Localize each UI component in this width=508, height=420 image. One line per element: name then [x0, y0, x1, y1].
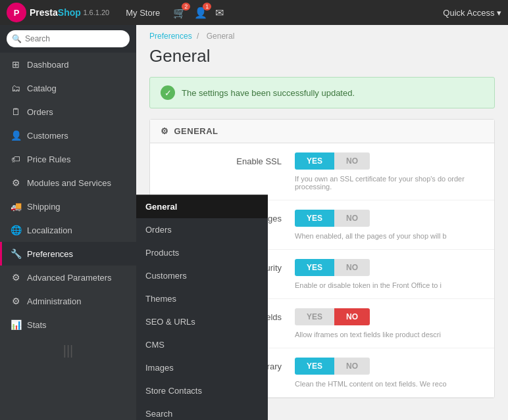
email-icon[interactable]: ✉ [215, 7, 224, 19]
security-no-button[interactable]: NO [334, 259, 370, 276]
sidebar-item-orders[interactable]: 🗒 Orders [0, 100, 136, 124]
cart-icon[interactable]: 🛒 2 [173, 7, 186, 19]
sidebar-label-customers: Customers [27, 131, 68, 141]
orders-icon: 🗒 [10, 106, 22, 117]
sidebar-item-shipping[interactable]: 🚚 Shipping [0, 195, 136, 218]
html-hint: Allow iframes on text fields like produc… [295, 331, 481, 338]
check-icon: ✓ [161, 85, 175, 100]
sidebar-label-orders: Orders [27, 107, 53, 117]
stats-icon: 📊 [10, 319, 22, 330]
sidebar-item-price-rules[interactable]: 🏷 Price Rules [0, 147, 136, 171]
submenu-item-products[interactable]: Products [136, 241, 268, 264]
sidebar-label-price-rules: Price Rules [27, 154, 70, 164]
nav-icons: 🛒 2 👤 1 ✉ [173, 7, 224, 19]
html-yes-button[interactable]: YES [295, 308, 334, 325]
page-title: General [136, 43, 508, 77]
search-icon: 🔍 [12, 34, 22, 43]
sidebar-item-modules[interactable]: ⚙ Modules and Services [0, 171, 136, 195]
breadcrumb: Preferences / General [136, 25, 508, 43]
ssl-all-controls: YES NO When enabled, all the pages of yo… [295, 210, 481, 240]
submenu-panel: General Orders Products Customers Themes… [136, 195, 268, 420]
purifier-controls: YES NO Clean the HTML content on text fi… [295, 358, 481, 388]
submenu-item-orders[interactable]: Orders [136, 218, 268, 241]
user-badge: 1 [203, 3, 211, 11]
card-header: ⚙ GENERAL [150, 120, 494, 143]
security-yes-button[interactable]: YES [295, 259, 334, 276]
sidebar-label-stats: Stats [27, 320, 47, 330]
sidebar-label-dashboard: Dashboard [27, 60, 69, 70]
sidebar-item-dashboard[interactable]: ⊞ Dashboard [0, 53, 136, 76]
security-controls: YES NO Enable or disable token in the Fr… [295, 259, 481, 289]
ssl-all-hint: When enabled, all the pages of your shop… [295, 232, 481, 240]
success-alert: ✓ The settings have been successfully up… [149, 77, 495, 108]
submenu-item-seo[interactable]: SEO & URLs [136, 310, 268, 333]
app-version: 1.6.1.20 [83, 9, 109, 16]
security-hint: Enable or disable token in the Front Off… [295, 281, 481, 289]
submenu-item-cms[interactable]: CMS [136, 333, 268, 356]
ssl-hint: If you own an SSL certificate for your s… [295, 175, 481, 191]
top-navbar: P Presta Shop 1.6.1.20 My Store 🛒 2 👤 1 … [0, 0, 508, 25]
sidebar: 🔍 ⊞ Dashboard 🗂 Catalog 🗒 Orders 👤 Custo… [0, 25, 136, 420]
customers-icon: 👤 [10, 130, 22, 141]
submenu-item-themes[interactable]: Themes [136, 287, 268, 310]
ssl-all-no-button[interactable]: NO [334, 210, 370, 227]
sidebar-item-preferences[interactable]: 🔧 Preferences [0, 242, 136, 266]
alert-message: The settings have been successfully upda… [182, 88, 355, 98]
logo[interactable]: P Presta Shop 1.6.1.20 [7, 3, 119, 22]
catalog-icon: 🗂 [10, 83, 22, 93]
sidebar-label-localization: Localization [27, 225, 72, 235]
ssl-all-btn-group: YES NO [295, 210, 370, 227]
sidebar-label-shipping: Shipping [27, 202, 61, 212]
purifier-hint: Clean the HTML content on text fields. W… [295, 380, 481, 388]
ssl-all-yes-button[interactable]: YES [295, 210, 334, 227]
localization-icon: 🌐 [10, 225, 22, 235]
search-box: 🔍 [0, 25, 136, 53]
logo-presta: Presta [30, 7, 58, 18]
purifier-no-button[interactable]: NO [334, 358, 370, 375]
search-input[interactable] [7, 30, 130, 47]
ssl-no-button[interactable]: NO [334, 152, 370, 170]
sidebar-label-administration: Administration [27, 296, 81, 306]
sidebar-decoration: ||| [0, 337, 136, 365]
section-title: GENERAL [174, 126, 218, 136]
sidebar-item-administration[interactable]: ⚙ Administration [0, 289, 136, 313]
html-no-button[interactable]: NO [334, 308, 370, 325]
sidebar-item-advanced[interactable]: ⚙ Advanced Parameters [0, 266, 136, 289]
ssl-label: Enable SSL [163, 152, 295, 166]
sidebar-label-advanced: Advanced Parameters [27, 273, 112, 283]
sidebar-label-catalog: Catalog [27, 83, 57, 93]
submenu-item-images[interactable]: Images [136, 356, 268, 379]
submenu-item-general[interactable]: General [136, 195, 268, 218]
submenu-item-customers[interactable]: Customers [136, 264, 268, 287]
modules-icon: ⚙ [10, 177, 22, 188]
ssl-btn-group: YES NO [295, 152, 370, 170]
purifier-btn-group: YES NO [295, 358, 370, 375]
price-rules-icon: 🏷 [10, 154, 22, 164]
sidebar-item-catalog[interactable]: 🗂 Catalog [0, 76, 136, 100]
breadcrumb-parent[interactable]: Preferences [149, 32, 192, 41]
sidebar-item-customers[interactable]: 👤 Customers [0, 124, 136, 147]
store-name[interactable]: My Store [126, 8, 160, 18]
form-row-ssl: Enable SSL YES NO If you own an SSL cert… [150, 143, 494, 200]
purifier-yes-button[interactable]: YES [295, 358, 334, 375]
logo-icon: P [7, 3, 26, 22]
sidebar-label-modules: Modules and Services [27, 178, 111, 188]
dashboard-icon: ⊞ [10, 59, 22, 70]
submenu-item-store-contacts[interactable]: Store Contacts [136, 379, 268, 402]
quick-access-button[interactable]: Quick Access ▾ [443, 8, 501, 18]
ssl-yes-button[interactable]: YES [295, 152, 334, 170]
html-controls: YES NO Allow iframes on text fields like… [295, 308, 481, 338]
ssl-controls: YES NO If you own an SSL certificate for… [295, 152, 481, 191]
cart-badge: 2 [182, 3, 190, 11]
sidebar-label-preferences: Preferences [27, 249, 73, 259]
submenu-item-search[interactable]: Search [136, 402, 268, 420]
security-btn-group: YES NO [295, 259, 370, 276]
user-icon[interactable]: 👤 1 [194, 7, 207, 19]
shipping-icon: 🚚 [10, 201, 22, 212]
administration-icon: ⚙ [10, 296, 22, 306]
sidebar-item-localization[interactable]: 🌐 Localization [0, 218, 136, 242]
logo-shop: Shop [58, 7, 81, 18]
sidebar-item-stats[interactable]: 📊 Stats [0, 313, 136, 337]
advanced-icon: ⚙ [10, 272, 22, 283]
html-btn-group: YES NO [295, 308, 370, 325]
